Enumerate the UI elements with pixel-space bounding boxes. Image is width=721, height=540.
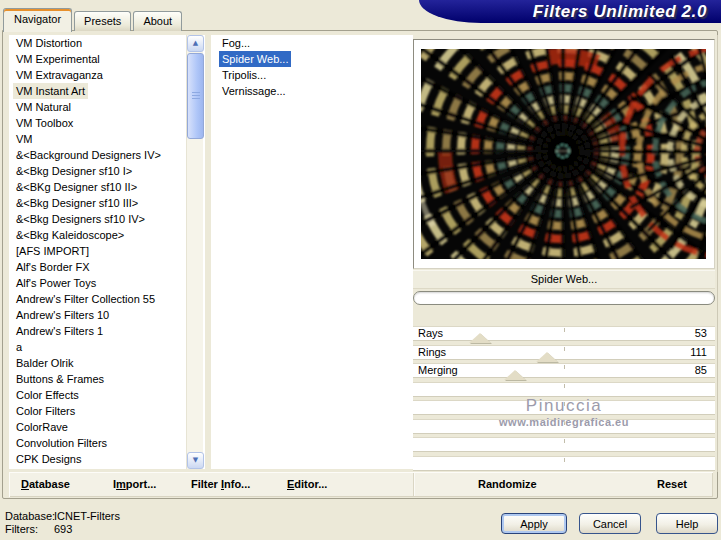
- filter-item-label: Vernissage...: [219, 83, 289, 99]
- menu-item-database[interactable]: Database: [21, 472, 70, 497]
- filter-list[interactable]: Fog...Spider Web...Tripolis...Vernissage…: [211, 35, 413, 469]
- category-item[interactable]: Alf's Power Toys: [9, 275, 205, 291]
- category-item[interactable]: Color Filters: [9, 403, 205, 419]
- bottom-menu-bar: DatabaseImport...Filter Info...Editor...…: [9, 472, 713, 497]
- tab-about[interactable]: About: [133, 11, 182, 31]
- selected-filter-label: Spider Web...: [413, 271, 715, 288]
- menu-item-reset[interactable]: Reset: [657, 472, 687, 497]
- category-item[interactable]: &<BKg Designer sf10 II>: [9, 179, 205, 195]
- category-item[interactable]: &<Bkg Kaleidoscope>: [9, 227, 205, 243]
- category-item-label: &<Bkg Designers sf10 IV>: [13, 211, 148, 227]
- category-item[interactable]: &<Bkg Designer sf10 I>: [9, 163, 205, 179]
- category-item[interactable]: Andrew's Filter Collection 55: [9, 291, 205, 307]
- database-value: ICNET-Filters: [54, 510, 120, 522]
- preview-panel: Spider Web... Rays53Rings111Merging85 Pi…: [413, 35, 718, 472]
- menu-item-label: Filter: [191, 478, 221, 490]
- slider-center-tick-icon: [564, 365, 565, 369]
- menu-item-label: nfo...: [224, 478, 250, 490]
- menu-item-label: D: [21, 478, 29, 490]
- category-item[interactable]: &<Background Designers IV>: [9, 147, 205, 163]
- category-item[interactable]: &<Bkg Designer sf10 III>: [9, 195, 205, 211]
- category-item-label: Alf's Border FX: [13, 259, 93, 275]
- category-item-label: VM Natural: [13, 99, 74, 115]
- menu-divider: [413, 473, 414, 496]
- help-button[interactable]: Help: [656, 513, 718, 534]
- category-item-label: Andrew's Filter Collection 55: [13, 291, 158, 307]
- category-item[interactable]: Convolution Filters: [9, 435, 205, 451]
- category-item[interactable]: Alf's Border FX: [9, 259, 205, 275]
- filters-value: 693: [54, 523, 72, 535]
- category-item[interactable]: Andrew's Filters 10: [9, 307, 205, 323]
- tab-bar: Navigator Presets About: [3, 7, 184, 31]
- category-item-label: VM Instant Art: [13, 83, 88, 99]
- category-item[interactable]: VM Distortion: [9, 35, 205, 51]
- slider-label: Rays: [418, 327, 443, 340]
- apply-button[interactable]: Apply: [501, 513, 567, 534]
- menu-item-import[interactable]: Import...: [113, 472, 156, 497]
- filter-item[interactable]: Fog...: [211, 35, 413, 51]
- slider-center-tick-icon: [564, 328, 565, 332]
- scroll-down-button[interactable]: ▼: [187, 452, 204, 469]
- slider-row-empty: [413, 382, 715, 397]
- category-item-label: VM Distortion: [13, 35, 85, 51]
- slider-center-tick-icon: [564, 421, 565, 425]
- slider-label: Rings: [418, 346, 446, 359]
- category-item[interactable]: VM Natural: [9, 99, 205, 115]
- category-item-label: [AFS IMPORT]: [13, 243, 92, 259]
- slider-row[interactable]: Rings111: [413, 345, 715, 360]
- category-item-label: Color Effects: [13, 387, 82, 403]
- menu-item-filterinfo[interactable]: Filter Info...: [191, 472, 250, 497]
- category-item[interactable]: a: [9, 339, 205, 355]
- category-item[interactable]: VM Instant Art: [9, 83, 205, 99]
- category-item[interactable]: ColorRave: [9, 419, 205, 435]
- category-scrollbar[interactable]: ▲ ▼: [186, 35, 203, 469]
- category-item-label: &<BKg Designer sf10 II>: [13, 179, 140, 195]
- slider-center-tick-icon: [564, 458, 565, 462]
- menu-item-label: m: [116, 478, 126, 490]
- navigator-page: VM DistortionVM ExperimentalVM Extravaga…: [2, 30, 718, 499]
- category-item[interactable]: Color Effects: [9, 387, 205, 403]
- category-item-label: Buttons & Frames: [13, 371, 107, 387]
- category-item[interactable]: VM Extravaganza: [9, 67, 205, 83]
- category-item[interactable]: VM Toolbox: [9, 115, 205, 131]
- database-label: Database:: [5, 510, 55, 522]
- slider-thumb-icon[interactable]: [469, 333, 491, 343]
- slider-label: Merging: [418, 364, 458, 377]
- category-item[interactable]: Andrew's Filters 1: [9, 323, 205, 339]
- slider-thumb-icon[interactable]: [504, 370, 526, 380]
- filter-item[interactable]: Spider Web...: [211, 51, 413, 67]
- slider-row[interactable]: Merging85: [413, 363, 715, 378]
- category-item-label: Color Filters: [13, 403, 78, 419]
- category-item[interactable]: CPK Designs: [9, 451, 205, 467]
- category-item[interactable]: VM Experimental: [9, 51, 205, 67]
- category-item[interactable]: Balder Olrik: [9, 355, 205, 371]
- category-item[interactable]: [AFS IMPORT]: [9, 243, 205, 259]
- category-item-label: &<Background Designers IV>: [13, 147, 164, 163]
- filter-item-label: Tripolis...: [219, 67, 269, 83]
- menu-item-editor[interactable]: Editor...: [287, 472, 327, 497]
- scroll-up-button[interactable]: ▲: [187, 35, 204, 52]
- category-item[interactable]: Buttons & Frames: [9, 371, 205, 387]
- category-item-label: CPK Designs: [13, 451, 84, 467]
- category-item[interactable]: VM: [9, 131, 205, 147]
- category-item-label: a: [13, 339, 25, 355]
- tab-navigator[interactable]: Navigator: [3, 8, 72, 32]
- scrollbar-thumb[interactable]: [187, 53, 204, 139]
- app-title: Filters Unlimited 2.0: [533, 2, 707, 22]
- slider-row-empty: [413, 456, 715, 471]
- menu-item-label: port...: [126, 478, 157, 490]
- filter-item[interactable]: Tripolis...: [211, 67, 413, 83]
- filters-unlimited-window: Filters Unlimited 2.0 Navigator Presets …: [0, 0, 721, 540]
- menu-item-randomize[interactable]: Randomize: [478, 472, 537, 497]
- filter-item[interactable]: Vernissage...: [211, 83, 413, 99]
- category-item[interactable]: &<Bkg Designers sf10 IV>: [9, 211, 205, 227]
- slider-row[interactable]: Rays53: [413, 326, 715, 341]
- cancel-button[interactable]: Cancel: [579, 513, 641, 534]
- category-list[interactable]: VM DistortionVM ExperimentalVM Extravaga…: [9, 35, 205, 469]
- slider-thumb-icon[interactable]: [536, 352, 558, 362]
- category-item-label: ColorRave: [13, 419, 71, 435]
- tab-presets[interactable]: Presets: [74, 11, 131, 31]
- category-item-label: VM Experimental: [13, 51, 103, 67]
- slider-center-tick-icon: [564, 384, 565, 388]
- slider-center-tick-icon: [564, 402, 565, 406]
